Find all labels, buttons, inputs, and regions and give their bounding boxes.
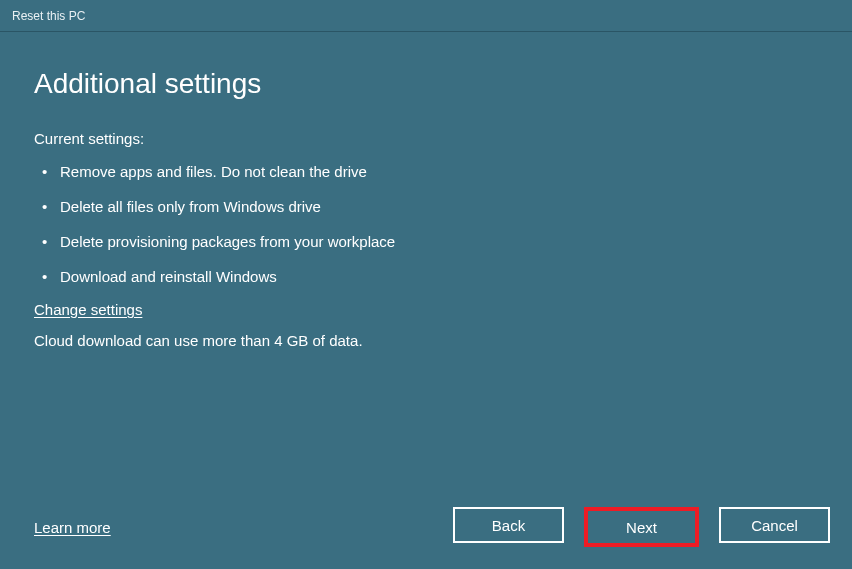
content-area: Additional settings Current settings: Re…: [0, 32, 852, 349]
list-item: Download and reinstall Windows: [42, 266, 818, 287]
back-button[interactable]: Back: [453, 507, 564, 543]
change-settings-link[interactable]: Change settings: [34, 301, 142, 318]
settings-list: Remove apps and files. Do not clean the …: [34, 161, 818, 287]
info-text: Cloud download can use more than 4 GB of…: [34, 332, 818, 349]
window-title: Reset this PC: [12, 9, 85, 23]
titlebar: Reset this PC: [0, 0, 852, 32]
list-item: Remove apps and files. Do not clean the …: [42, 161, 818, 182]
footer: Learn more Back Next Cancel: [34, 507, 830, 547]
cancel-button[interactable]: Cancel: [719, 507, 830, 543]
page-heading: Additional settings: [34, 68, 818, 100]
current-settings-label: Current settings:: [34, 130, 818, 147]
button-row: Back Next Cancel: [453, 507, 830, 547]
learn-more-link[interactable]: Learn more: [34, 519, 111, 536]
list-item: Delete provisioning packages from your w…: [42, 231, 818, 252]
list-item: Delete all files only from Windows drive: [42, 196, 818, 217]
next-button[interactable]: Next: [584, 507, 699, 547]
